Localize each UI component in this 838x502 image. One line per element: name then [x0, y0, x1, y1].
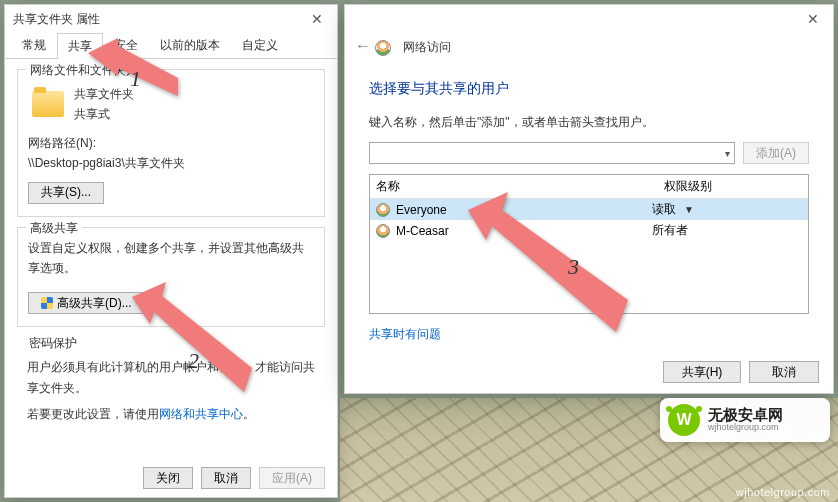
group-title: 密码保护 — [25, 335, 81, 352]
dialog-header: 网络访问 — [345, 33, 833, 60]
people-icon — [375, 40, 391, 56]
folder-info: 共享文件夹 共享式 — [74, 84, 134, 125]
perm-value: 读取 — [652, 201, 676, 218]
shield-icon — [41, 297, 53, 309]
pw-line1: 用户必须具有此计算机的用户帐户和密码，才能访问共享文件夹。 — [27, 360, 315, 394]
network-share-group: 网络文件和文件夹共享 共享文件夹 共享式 网络路径(N): \\Desktop-… — [17, 69, 325, 217]
dialog-footer: 共享(H) 取消 — [663, 361, 819, 383]
tab-previous[interactable]: 以前的版本 — [149, 32, 231, 58]
tab-sharing[interactable]: 共享 — [57, 33, 103, 59]
dialog-footer: 关闭 取消 应用(A) — [143, 467, 325, 489]
brand-en: wjhotelgroup.com — [708, 423, 783, 433]
group-title: 高级共享 — [26, 220, 82, 237]
col-name[interactable]: 名称 — [370, 175, 658, 198]
header-text: 网络访问 — [403, 39, 451, 56]
folder-name: 共享文件夹 — [74, 84, 134, 104]
adv-btn-label: 高级共享(D)... — [57, 295, 132, 312]
hint-text: 键入名称，然后单击"添加"，或者单击箭头查找用户。 — [369, 112, 809, 132]
tab-security[interactable]: 安全 — [103, 32, 149, 58]
password-protect-group: 密码保护 用户必须具有此计算机的用户帐户和密码，才能访问共享文件夹。 若要更改此… — [17, 337, 325, 436]
add-button[interactable]: 添加(A) — [743, 142, 809, 164]
col-perm[interactable]: 权限级别 — [658, 175, 808, 198]
network-access-dialog: ✕ ← 网络访问 选择要与其共享的用户 键入名称，然后单击"添加"，或者单击箭头… — [344, 4, 834, 394]
user-name: Everyone — [396, 203, 652, 217]
user-icon — [376, 203, 390, 217]
brand-cn: 无极安卓网 — [708, 407, 783, 424]
pw-line2b: 。 — [243, 407, 255, 421]
advanced-share-group: 高级共享 设置自定义权限，创建多个共享，并设置其他高级共享选项。 高级共享(D)… — [17, 227, 325, 328]
share-button[interactable]: 共享(S)... — [28, 182, 104, 204]
titlebar[interactable]: ✕ — [345, 5, 833, 33]
path-label: 网络路径(N): — [28, 133, 314, 153]
chevron-down-icon[interactable]: ▼ — [684, 204, 694, 215]
titlebar[interactable]: 共享文件夹 属性 ✕ — [5, 5, 337, 33]
tabs: 常规 共享 安全 以前的版本 自定义 — [5, 33, 337, 59]
properties-dialog: 共享文件夹 属性 ✕ 常规 共享 安全 以前的版本 自定义 网络文件和文件夹共享… — [4, 4, 338, 498]
close-icon[interactable]: ✕ — [305, 11, 329, 27]
share-button[interactable]: 共享(H) — [663, 361, 741, 383]
brand-badge: W 无极安卓网 wjhotelgroup.com — [660, 398, 830, 442]
user-name: M-Ceasar — [396, 224, 652, 238]
brand-logo-icon: W — [668, 404, 700, 436]
window-title: 共享文件夹 属性 — [13, 11, 305, 28]
list-row[interactable]: M-Ceasar 所有者 — [370, 220, 808, 241]
perm-value: 所有者 — [652, 222, 802, 239]
advanced-share-button[interactable]: 高级共享(D)... — [28, 292, 145, 314]
watermark: wjhotelgroup.com — [736, 486, 830, 498]
close-icon[interactable]: ✕ — [801, 11, 825, 27]
tab-custom[interactable]: 自定义 — [231, 32, 289, 58]
adv-desc: 设置自定义权限，创建多个共享，并设置其他高级共享选项。 — [28, 238, 314, 279]
group-title: 网络文件和文件夹共享 — [26, 62, 154, 79]
tab-general[interactable]: 常规 — [11, 32, 57, 58]
user-list: 名称 权限级别 Everyone 读取 ▼ M-Ceasar 所有者 — [369, 174, 809, 314]
path-value: \\Desktop-pg8iai3\共享文件夹 — [28, 153, 314, 173]
trouble-link[interactable]: 共享时有问题 — [369, 327, 441, 341]
cancel-button[interactable]: 取消 — [201, 467, 251, 489]
perm-cell[interactable]: 读取 ▼ — [652, 201, 802, 218]
cancel-button[interactable]: 取消 — [749, 361, 819, 383]
share-status: 共享式 — [74, 104, 134, 124]
close-button[interactable]: 关闭 — [143, 467, 193, 489]
network-center-link[interactable]: 网络和共享中心 — [159, 407, 243, 421]
dialog-title: 选择要与其共享的用户 — [369, 80, 809, 98]
user-icon — [376, 224, 390, 238]
apply-button[interactable]: 应用(A) — [259, 467, 325, 489]
list-header: 名称 权限级别 — [370, 175, 808, 199]
user-combo[interactable]: ▾ — [369, 142, 735, 164]
list-row[interactable]: Everyone 读取 ▼ — [370, 199, 808, 220]
chevron-down-icon[interactable]: ▾ — [725, 148, 730, 159]
pw-line2a: 若要更改此设置，请使用 — [27, 407, 159, 421]
folder-icon — [32, 91, 64, 117]
back-icon[interactable]: ← — [355, 37, 371, 55]
